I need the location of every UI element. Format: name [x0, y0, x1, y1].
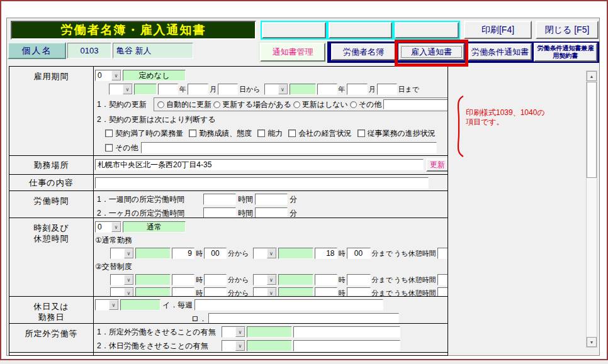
chevron-down-icon[interactable] [123, 84, 132, 94]
to-year-input[interactable] [317, 84, 337, 95]
renewal-auto-radio[interactable] [157, 101, 164, 108]
tab-working-conditions-notice[interactable]: 労働条件通知書 [468, 43, 532, 60]
scroll-down-button[interactable]: ▼ [587, 337, 597, 347]
close-button[interactable]: 閉じる [F5] [536, 21, 599, 39]
row-employment-period: 雇用期間 0 定めなし 年 月 日から [9, 67, 448, 156]
chevron-down-icon[interactable] [235, 341, 245, 351]
normal-to-min-input[interactable]: 00 [347, 248, 371, 259]
chevron-down-icon[interactable] [111, 70, 121, 80]
blank-button-2[interactable] [329, 22, 393, 38]
shift1-from-hour-input[interactable] [172, 274, 194, 285]
schedule-type-combo[interactable]: 0 [95, 221, 121, 233]
shift-system-label: ②交替制度 [95, 262, 132, 272]
shift2-to-min-input[interactable] [347, 287, 371, 296]
chevron-down-icon[interactable] [267, 248, 276, 258]
holiday-work-input[interactable] [293, 340, 400, 351]
normal-from-era-combo[interactable] [110, 248, 134, 259]
chevron-down-icon[interactable] [267, 275, 276, 285]
work-location-input[interactable]: 札幌市中央区北一条西20丁目4-35 [95, 159, 424, 170]
shift1-to-era-combo[interactable] [253, 274, 277, 285]
shift2-to-era-combo[interactable] [253, 287, 277, 296]
vertical-scrollbar[interactable]: ▲ ▼ [586, 70, 597, 348]
renewal-other-radio[interactable] [350, 101, 357, 108]
era-from-combo[interactable] [109, 84, 133, 95]
shift1-to-min-input[interactable] [347, 274, 371, 285]
holiday-weekly-input[interactable] [194, 299, 383, 311]
chevron-down-icon[interactable] [111, 222, 121, 232]
to-day-input[interactable] [377, 84, 397, 95]
weekly-hours-label: 1．一週間の所定労働時間 [97, 194, 201, 205]
scrollbar-thumb[interactable] [587, 82, 597, 178]
chevron-down-icon[interactable] [278, 84, 288, 94]
from-day-input[interactable] [218, 84, 238, 95]
judge-other-checkbox[interactable] [105, 144, 113, 152]
break-time-label: うち休憩時間 [394, 249, 436, 258]
tab-employment-notice[interactable]: 雇入通知書 [398, 43, 464, 60]
judge-company-checkbox[interactable] [288, 130, 296, 137]
monthly-hours-input[interactable] [203, 207, 236, 218]
judge-progress-checkbox[interactable] [357, 130, 365, 137]
judge-workload-checkbox[interactable] [105, 130, 113, 137]
job-content-input[interactable] [95, 177, 429, 189]
normal-from-min-input[interactable]: 00 [204, 248, 227, 259]
shift1-from-era-combo[interactable] [110, 274, 134, 285]
renewal-other-input[interactable] [383, 99, 448, 109]
judge-other-input[interactable] [141, 142, 437, 153]
shift2-to-display [278, 287, 313, 296]
holiday-type-combo[interactable] [95, 299, 119, 311]
shift2-from-hour-input[interactable] [172, 287, 194, 296]
normal-to-era-combo[interactable] [253, 248, 277, 259]
monthly-hours-label: 2．一ヶ月の所定労働時間 [97, 208, 201, 218]
normal-break-input[interactable] [437, 248, 448, 259]
print-button[interactable]: 印刷[F4] [464, 21, 532, 39]
holiday-work-combo[interactable] [222, 340, 245, 351]
to-month-input[interactable] [347, 84, 368, 95]
employment-period-label: 雇用期間 [9, 67, 94, 155]
update-button[interactable]: 更新 [426, 158, 448, 172]
weekly-minutes-input[interactable] [255, 194, 288, 205]
monthly-minutes-input[interactable] [255, 207, 288, 218]
normal-from-hour-input[interactable]: 9 [172, 248, 194, 259]
judge-ability-checkbox[interactable] [257, 130, 265, 137]
blank-button-1[interactable] [262, 22, 326, 38]
chevron-down-icon[interactable] [124, 288, 133, 296]
minutes-unit: 分 [290, 208, 297, 218]
partial-row-text: 1．年次有給休暇 [102, 355, 159, 356]
renewal-no-radio[interactable] [293, 101, 300, 108]
chevron-down-icon[interactable] [124, 275, 133, 285]
tab-conditions-and-contract[interactable]: 労働条件通知書兼雇用契約書 [534, 43, 597, 62]
hour-unit: 時 [339, 289, 346, 297]
shift1-from-min-input[interactable] [204, 274, 227, 285]
holiday-work-display [247, 340, 292, 351]
chevron-down-icon[interactable] [235, 327, 245, 337]
min-to-unit: 分まで [372, 289, 393, 297]
notice-management-button[interactable]: 通知書管理 [260, 43, 325, 62]
chevron-down-icon[interactable] [267, 288, 276, 296]
overtime-label: 所定外労働等 [9, 324, 94, 352]
from-year-input[interactable] [158, 84, 178, 95]
shift2-to-hour-input[interactable] [315, 287, 337, 296]
shift2-from-min-input[interactable] [204, 287, 227, 296]
scroll-up-button[interactable]: ▲ [587, 71, 597, 81]
weekly-hours-input[interactable] [203, 194, 236, 205]
blank-button-3[interactable] [395, 22, 459, 38]
overtime-combo[interactable] [222, 326, 245, 338]
shift2-from-era-combo[interactable] [110, 287, 134, 296]
renewal-maybe-radio[interactable] [213, 101, 220, 108]
employment-type-combo[interactable]: 0 [95, 70, 121, 81]
tab-worker-register[interactable]: 労働者名簿 [331, 43, 396, 60]
holiday-ro-input[interactable] [208, 313, 399, 323]
shift2-break-input[interactable] [437, 287, 448, 296]
renewal-label: 1．契約の更新 [97, 99, 147, 110]
row-schedule: 時刻及び 休憩時間 0 通常 ①通常勤務 9 時 00 分から [9, 218, 448, 297]
overtime-input[interactable] [293, 326, 400, 338]
shift1-break-input[interactable] [437, 274, 448, 285]
from-month-input[interactable] [188, 84, 208, 95]
judge-performance-checkbox[interactable] [189, 130, 196, 137]
chevron-down-icon[interactable] [109, 300, 118, 310]
shift1-to-hour-input[interactable] [315, 274, 337, 285]
chevron-down-icon[interactable] [124, 248, 133, 258]
break-time-label: うち休憩時間 [394, 275, 436, 285]
normal-to-hour-input[interactable]: 18 [315, 248, 337, 259]
era-to-combo[interactable] [264, 84, 288, 95]
